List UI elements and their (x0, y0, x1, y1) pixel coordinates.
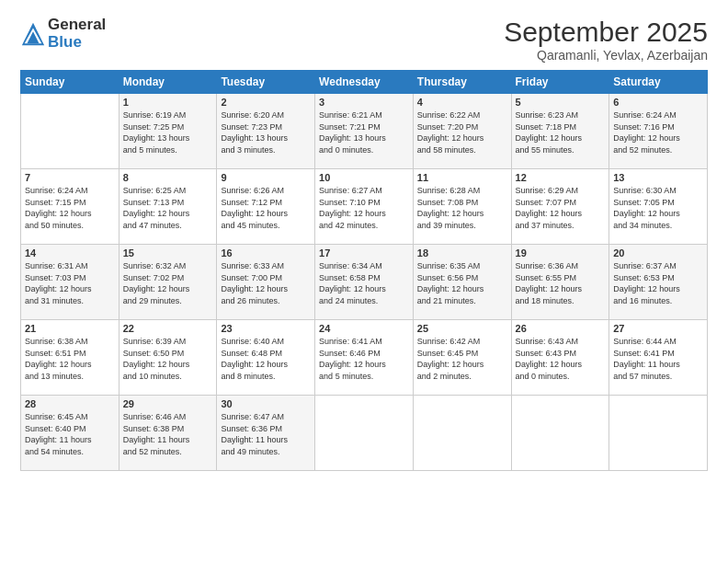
day-number: 4 (417, 97, 507, 108)
calendar-week: 28Sunrise: 6:45 AM Sunset: 6:40 PM Dayli… (21, 396, 708, 471)
day-number: 29 (123, 398, 213, 409)
calendar-cell (511, 396, 609, 471)
weekday-header: Saturday (609, 71, 708, 94)
calendar-cell: 27Sunrise: 6:44 AM Sunset: 6:41 PM Dayli… (609, 320, 708, 396)
calendar-cell: 3Sunrise: 6:21 AM Sunset: 7:21 PM Daylig… (315, 94, 414, 169)
day-info: Sunrise: 6:42 AM Sunset: 6:45 PM Dayligh… (417, 336, 507, 382)
calendar-header: SundayMondayTuesdayWednesdayThursdayFrid… (21, 71, 708, 94)
calendar-cell: 16Sunrise: 6:33 AM Sunset: 7:00 PM Dayli… (217, 245, 315, 320)
day-info: Sunrise: 6:26 AM Sunset: 7:12 PM Dayligh… (221, 185, 311, 231)
calendar-cell: 8Sunrise: 6:25 AM Sunset: 7:13 PM Daylig… (119, 169, 217, 245)
day-number: 20 (613, 247, 703, 259)
day-info: Sunrise: 6:24 AM Sunset: 7:16 PM Dayligh… (613, 109, 703, 155)
calendar-body: 1Sunrise: 6:19 AM Sunset: 7:25 PM Daylig… (21, 94, 708, 471)
logo-blue: Blue (48, 34, 106, 52)
day-info: Sunrise: 6:39 AM Sunset: 6:50 PM Dayligh… (123, 336, 213, 382)
calendar-cell (413, 396, 511, 471)
day-info: Sunrise: 6:44 AM Sunset: 6:41 PM Dayligh… (613, 336, 703, 382)
day-number: 17 (319, 247, 409, 259)
calendar-cell: 12Sunrise: 6:29 AM Sunset: 7:07 PM Dayli… (511, 169, 609, 245)
day-info: Sunrise: 6:33 AM Sunset: 7:00 PM Dayligh… (221, 260, 311, 306)
day-info: Sunrise: 6:35 AM Sunset: 6:56 PM Dayligh… (417, 260, 507, 306)
day-number: 25 (417, 323, 507, 334)
calendar-cell: 10Sunrise: 6:27 AM Sunset: 7:10 PM Dayli… (315, 169, 414, 245)
calendar-cell: 22Sunrise: 6:39 AM Sunset: 6:50 PM Dayli… (119, 320, 217, 396)
calendar-cell (315, 396, 414, 471)
calendar-cell: 23Sunrise: 6:40 AM Sunset: 6:48 PM Dayli… (217, 320, 315, 396)
calendar-week: 21Sunrise: 6:38 AM Sunset: 6:51 PM Dayli… (21, 320, 708, 396)
location: Qaramanli, Yevlax, Azerbaijan (504, 48, 708, 63)
calendar-week: 14Sunrise: 6:31 AM Sunset: 7:03 PM Dayli… (21, 245, 708, 320)
weekday-row: SundayMondayTuesdayWednesdayThursdayFrid… (21, 71, 708, 94)
day-info: Sunrise: 6:46 AM Sunset: 6:38 PM Dayligh… (123, 411, 213, 457)
calendar-cell: 9Sunrise: 6:26 AM Sunset: 7:12 PM Daylig… (217, 169, 315, 245)
day-number: 19 (516, 247, 606, 259)
logo-general: General (48, 17, 106, 34)
weekday-header: Sunday (21, 71, 119, 94)
calendar-cell: 1Sunrise: 6:19 AM Sunset: 7:25 PM Daylig… (119, 94, 217, 169)
weekday-header: Wednesday (315, 71, 414, 94)
title-block: September 2025 Qaramanli, Yevlax, Azerba… (504, 17, 708, 63)
calendar-cell: 5Sunrise: 6:23 AM Sunset: 7:18 PM Daylig… (511, 94, 609, 169)
day-info: Sunrise: 6:38 AM Sunset: 6:51 PM Dayligh… (25, 336, 115, 382)
calendar-cell: 17Sunrise: 6:34 AM Sunset: 6:58 PM Dayli… (315, 245, 414, 320)
day-number: 13 (613, 172, 703, 183)
calendar-cell: 6Sunrise: 6:24 AM Sunset: 7:16 PM Daylig… (609, 94, 708, 169)
calendar-cell: 13Sunrise: 6:30 AM Sunset: 7:05 PM Dayli… (609, 169, 708, 245)
calendar-cell: 29Sunrise: 6:46 AM Sunset: 6:38 PM Dayli… (119, 396, 217, 471)
day-info: Sunrise: 6:29 AM Sunset: 7:07 PM Dayligh… (516, 185, 606, 231)
day-number: 23 (221, 323, 311, 334)
day-number: 10 (319, 172, 409, 183)
day-number: 1 (123, 97, 213, 108)
calendar-cell (21, 94, 119, 169)
day-number: 24 (319, 323, 409, 334)
calendar-cell: 26Sunrise: 6:43 AM Sunset: 6:43 PM Dayli… (511, 320, 609, 396)
day-number: 28 (25, 398, 115, 409)
day-number: 7 (25, 172, 115, 183)
day-number: 22 (123, 323, 213, 334)
calendar: SundayMondayTuesdayWednesdayThursdayFrid… (20, 70, 708, 471)
calendar-cell: 24Sunrise: 6:41 AM Sunset: 6:46 PM Dayli… (315, 320, 414, 396)
logo-icon (20, 21, 46, 47)
day-info: Sunrise: 6:28 AM Sunset: 7:08 PM Dayligh… (417, 185, 507, 231)
day-number: 15 (123, 247, 213, 259)
day-number: 3 (319, 97, 409, 108)
day-info: Sunrise: 6:22 AM Sunset: 7:20 PM Dayligh… (417, 109, 507, 155)
day-info: Sunrise: 6:34 AM Sunset: 6:58 PM Dayligh… (319, 260, 409, 306)
day-info: Sunrise: 6:25 AM Sunset: 7:13 PM Dayligh… (123, 185, 213, 231)
day-number: 6 (613, 97, 703, 108)
day-info: Sunrise: 6:30 AM Sunset: 7:05 PM Dayligh… (613, 185, 703, 231)
day-info: Sunrise: 6:47 AM Sunset: 6:36 PM Dayligh… (221, 411, 311, 457)
day-number: 12 (516, 172, 606, 183)
day-info: Sunrise: 6:21 AM Sunset: 7:21 PM Dayligh… (319, 109, 409, 155)
calendar-cell: 15Sunrise: 6:32 AM Sunset: 7:02 PM Dayli… (119, 245, 217, 320)
calendar-cell: 11Sunrise: 6:28 AM Sunset: 7:08 PM Dayli… (413, 169, 511, 245)
day-number: 5 (516, 97, 606, 108)
calendar-week: 7Sunrise: 6:24 AM Sunset: 7:15 PM Daylig… (21, 169, 708, 245)
calendar-cell: 4Sunrise: 6:22 AM Sunset: 7:20 PM Daylig… (413, 94, 511, 169)
day-number: 30 (221, 398, 311, 409)
day-info: Sunrise: 6:40 AM Sunset: 6:48 PM Dayligh… (221, 336, 311, 382)
day-number: 18 (417, 247, 507, 259)
calendar-cell: 20Sunrise: 6:37 AM Sunset: 6:53 PM Dayli… (609, 245, 708, 320)
header: General Blue September 2025 Qaramanli, Y… (20, 17, 708, 63)
day-info: Sunrise: 6:37 AM Sunset: 6:53 PM Dayligh… (613, 260, 703, 306)
day-info: Sunrise: 6:32 AM Sunset: 7:02 PM Dayligh… (123, 260, 213, 306)
day-number: 26 (516, 323, 606, 334)
calendar-week: 1Sunrise: 6:19 AM Sunset: 7:25 PM Daylig… (21, 94, 708, 169)
day-number: 21 (25, 323, 115, 334)
weekday-header: Tuesday (217, 71, 315, 94)
logo: General Blue (20, 17, 106, 51)
calendar-cell: 28Sunrise: 6:45 AM Sunset: 6:40 PM Dayli… (21, 396, 119, 471)
day-number: 9 (221, 172, 311, 183)
calendar-cell: 14Sunrise: 6:31 AM Sunset: 7:03 PM Dayli… (21, 245, 119, 320)
day-info: Sunrise: 6:20 AM Sunset: 7:23 PM Dayligh… (221, 109, 311, 155)
calendar-cell: 25Sunrise: 6:42 AM Sunset: 6:45 PM Dayli… (413, 320, 511, 396)
month-title: September 2025 (504, 17, 708, 48)
weekday-header: Friday (511, 71, 609, 94)
day-info: Sunrise: 6:24 AM Sunset: 7:15 PM Dayligh… (25, 185, 115, 231)
calendar-cell: 21Sunrise: 6:38 AM Sunset: 6:51 PM Dayli… (21, 320, 119, 396)
page: General Blue September 2025 Qaramanli, Y… (0, 0, 728, 563)
calendar-cell: 30Sunrise: 6:47 AM Sunset: 6:36 PM Dayli… (217, 396, 315, 471)
calendar-cell: 7Sunrise: 6:24 AM Sunset: 7:15 PM Daylig… (21, 169, 119, 245)
